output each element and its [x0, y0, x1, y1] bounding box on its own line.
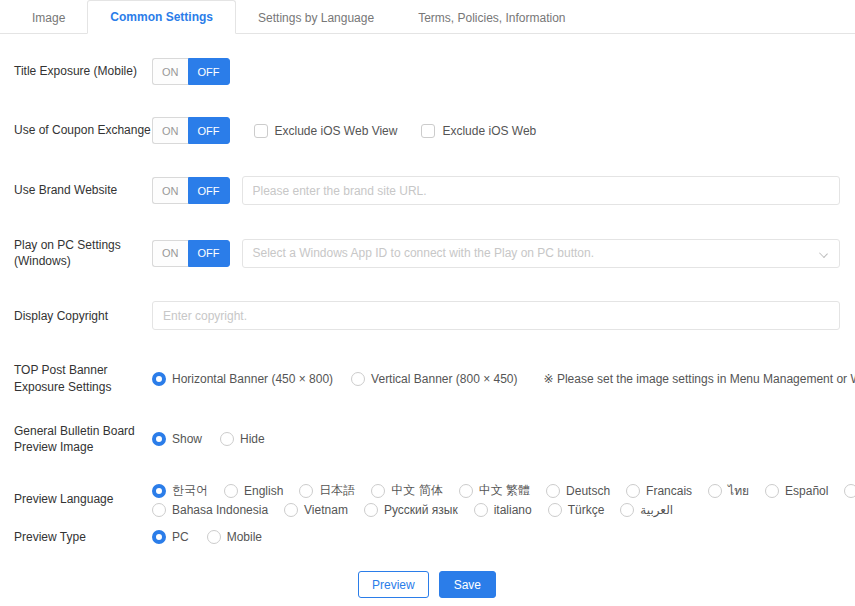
row-play-on-pc: Play on PC Settings (Windows) ON OFF Sel… [14, 237, 840, 269]
radio-label: 日本語 [319, 482, 355, 499]
toggle-off-button[interactable]: OFF [188, 240, 230, 267]
language-radio-japanese[interactable]: 日本語 [299, 482, 355, 499]
row-preview-type: Preview Type PC Mobile [14, 529, 840, 545]
preview-type-label: Preview Type [14, 529, 152, 545]
preview-language-label: Preview Language [14, 491, 152, 507]
language-radio-turkish[interactable]: Türkçe [548, 503, 605, 517]
brand-website-toggle: ON OFF [152, 177, 230, 204]
radio-unselected-icon [371, 484, 385, 498]
radio-label: Bahasa Indonesia [172, 503, 268, 517]
radio-label: Horizontal Banner (450 × 800) [172, 372, 333, 386]
toggle-on-button[interactable]: ON [152, 177, 188, 204]
radio-unselected-icon [224, 484, 238, 498]
radio-unselected-icon [459, 484, 473, 498]
language-line-1: 한국어 English 日本語 中文 简体 [152, 481, 855, 500]
windows-app-id-select[interactable]: Select a Windows App ID to connect with … [242, 239, 841, 268]
language-radio-french[interactable]: Francais [626, 484, 692, 498]
radio-unselected-icon [474, 503, 488, 517]
coupon-exchange-label: Use of Coupon Exchange [14, 122, 152, 138]
play-on-pc-toggle: ON OFF [152, 240, 230, 267]
brand-website-label: Use Brand Website [14, 182, 152, 198]
language-radio-arabic[interactable]: العربية [620, 503, 673, 517]
brand-site-url-input[interactable] [242, 176, 841, 205]
tab-terms-policies-information[interactable]: Terms, Policies, Information [396, 2, 587, 34]
pc-radio[interactable]: PC [152, 530, 189, 544]
select-placeholder: Select a Windows App ID to connect with … [253, 246, 595, 260]
toggle-off-button[interactable]: OFF [188, 58, 230, 85]
radio-unselected-icon [708, 484, 722, 498]
language-radio-thai[interactable]: ไทย [708, 481, 749, 500]
footer-actions: Preview Save [14, 571, 840, 598]
language-line-2: Bahasa Indonesia Vietnam Русский язык it… [152, 503, 855, 517]
language-radio-korean[interactable]: 한국어 [152, 482, 208, 499]
play-on-pc-label: Play on PC Settings (Windows) [14, 237, 152, 269]
radio-unselected-icon [620, 503, 634, 517]
coupon-exchange-toggle: ON OFF [152, 117, 230, 144]
toggle-off-button[interactable]: OFF [188, 177, 230, 204]
toggle-on-button[interactable]: ON [152, 58, 188, 85]
preview-type-radio-group: PC Mobile [152, 530, 262, 544]
radio-label: Francais [646, 484, 692, 498]
radio-label: PC [172, 530, 189, 544]
radio-unselected-icon [284, 503, 298, 517]
radio-label: 한국어 [172, 482, 208, 499]
copyright-input[interactable] [152, 301, 840, 330]
language-radio-chinese-traditional[interactable]: 中文 繁體 [459, 482, 530, 499]
radio-selected-icon [152, 372, 166, 386]
radio-label: Show [172, 432, 202, 446]
row-display-copyright: Display Copyright [14, 301, 840, 330]
radio-unselected-icon [220, 432, 234, 446]
radio-label: italiano [494, 503, 532, 517]
radio-label: 中文 繁體 [479, 482, 530, 499]
tab-image[interactable]: Image [10, 2, 87, 34]
language-radio-vietnamese[interactable]: Vietnam [284, 503, 348, 517]
language-radio-portuguese[interactable]: Português [844, 484, 855, 498]
banner-orientation-radio-group: Horizontal Banner (450 × 800) Vertical B… [152, 372, 518, 386]
hide-radio[interactable]: Hide [220, 432, 265, 446]
bulletin-preview-radio-group: Show Hide [152, 432, 265, 446]
row-brand-website: Use Brand Website ON OFF [14, 176, 840, 205]
checkbox-label: Exclude iOS Web [442, 124, 536, 138]
display-copyright-label: Display Copyright [14, 308, 152, 324]
tab-settings-by-language[interactable]: Settings by Language [236, 2, 396, 34]
language-radio-indonesian[interactable]: Bahasa Indonesia [152, 503, 268, 517]
radio-label: 中文 简体 [391, 482, 442, 499]
toggle-off-button[interactable]: OFF [188, 117, 230, 144]
save-button[interactable]: Save [439, 571, 496, 598]
title-exposure-label: Title Exposure (Mobile) [14, 63, 152, 79]
language-radio-chinese-simplified[interactable]: 中文 简体 [371, 482, 442, 499]
radio-unselected-icon [844, 484, 855, 498]
toggle-on-button[interactable]: ON [152, 117, 188, 144]
bulletin-preview-label: General Bulletin Board Preview Image [14, 423, 152, 455]
radio-label: العربية [640, 503, 673, 517]
toggle-on-button[interactable]: ON [152, 240, 188, 267]
radio-unselected-icon [152, 503, 166, 517]
language-radio-russian[interactable]: Русский язык [364, 503, 458, 517]
language-radio-german[interactable]: Deutsch [546, 484, 610, 498]
language-radio-english[interactable]: English [224, 484, 283, 498]
radio-label: Hide [240, 432, 265, 446]
radio-label: Türkçe [568, 503, 605, 517]
show-radio[interactable]: Show [152, 432, 202, 446]
horizontal-banner-radio[interactable]: Horizontal Banner (450 × 800) [152, 372, 333, 386]
mobile-radio[interactable]: Mobile [207, 530, 262, 544]
chevron-down-icon [819, 249, 828, 258]
top-banner-label: TOP Post Banner Exposure Settings [14, 362, 152, 394]
exclude-ios-web-checkbox[interactable]: Exclude iOS Web [421, 124, 536, 138]
radio-label: Mobile [227, 530, 262, 544]
preview-button[interactable]: Preview [358, 571, 429, 598]
banner-settings-note: ※ Please set the image settings in Menu … [544, 372, 855, 386]
radio-unselected-icon [626, 484, 640, 498]
radio-label: ไทย [728, 481, 749, 500]
language-radio-italian[interactable]: italiano [474, 503, 532, 517]
vertical-banner-radio[interactable]: Vertical Banner (800 × 450) [351, 372, 517, 386]
radio-selected-icon [152, 484, 166, 498]
radio-label: Vertical Banner (800 × 450) [371, 372, 517, 386]
row-top-banner-exposure: TOP Post Banner Exposure Settings Horizo… [14, 362, 840, 394]
tab-common-settings[interactable]: Common Settings [87, 0, 236, 34]
exclude-ios-webview-checkbox[interactable]: Exclude iOS Web View [254, 124, 398, 138]
radio-label: Русский язык [384, 503, 458, 517]
row-coupon-exchange: Use of Coupon Exchange ON OFF Exclude iO… [14, 117, 840, 144]
radio-label: Deutsch [566, 484, 610, 498]
language-radio-spanish[interactable]: Español [765, 484, 828, 498]
